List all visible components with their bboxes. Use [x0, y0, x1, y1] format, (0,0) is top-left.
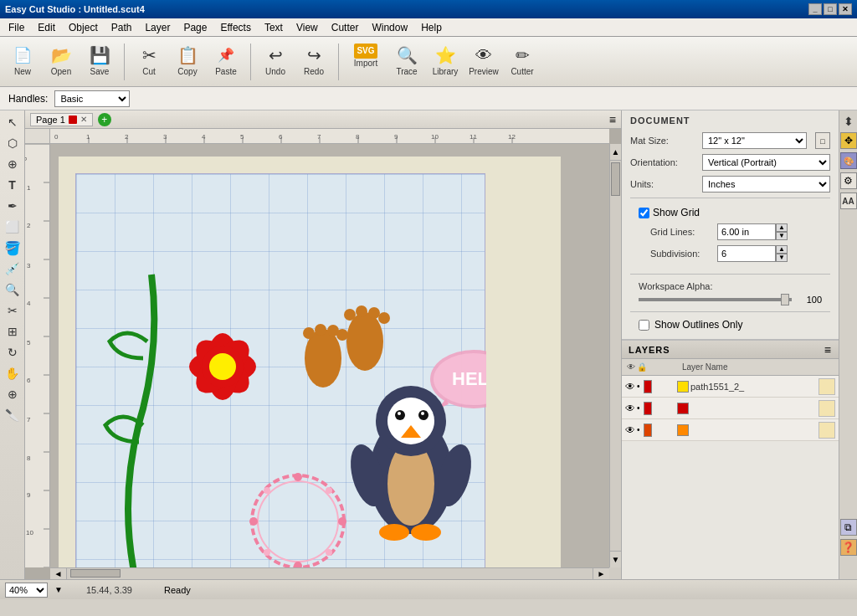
canvas-paper[interactable]: HELLO: [75, 173, 485, 567]
alpha-slider-track[interactable]: [639, 298, 792, 301]
move-icon[interactable]: ✥: [840, 132, 857, 149]
preview-button[interactable]: 👁 Preview: [466, 40, 501, 84]
copy-button[interactable]: 📋 Copy: [170, 40, 205, 84]
menu-file[interactable]: File: [2, 20, 31, 35]
layer-row-3[interactable]: 👁 •: [622, 419, 839, 441]
transform-tool[interactable]: ⊕: [2, 154, 23, 174]
font-size-icon[interactable]: AA: [840, 192, 857, 209]
open-button[interactable]: 📂 Open: [44, 40, 79, 84]
handles-select[interactable]: Basic Advanced Custom: [54, 90, 130, 107]
layer-2-eye[interactable]: 👁: [625, 403, 635, 414]
menu-layer[interactable]: Layer: [138, 20, 177, 35]
minimize-button[interactable]: _: [808, 3, 822, 15]
trace-button[interactable]: 🔍 Trace: [389, 40, 424, 84]
cutter-button[interactable]: ✏ Cutter: [505, 40, 540, 84]
close-button[interactable]: ✕: [839, 3, 852, 15]
layer-2-icons: 👁 •: [625, 402, 675, 415]
tool-settings-icon[interactable]: ⚙: [840, 172, 857, 189]
hand-tool[interactable]: ✋: [2, 363, 23, 383]
layer-1-color: [644, 380, 652, 393]
mat-size-extra-btn[interactable]: □: [815, 132, 830, 149]
help-icon[interactable]: ❓: [840, 539, 857, 556]
page-add-button[interactable]: +: [98, 113, 111, 126]
save-button[interactable]: 💾 Save: [82, 40, 117, 84]
layer-row-1[interactable]: 👁 • path1551_2_: [622, 376, 839, 398]
pen-tool[interactable]: ✒: [2, 196, 23, 216]
layer-1-eye[interactable]: 👁: [625, 381, 635, 393]
layer-3-thumb: [819, 422, 835, 439]
weld-tool[interactable]: ⊞: [2, 321, 23, 341]
svg-point-79: [395, 410, 405, 420]
menu-edit[interactable]: Edit: [31, 20, 62, 35]
grid-lines-down[interactable]: ▼: [776, 232, 788, 240]
panel-collapse-button[interactable]: ≡: [609, 113, 616, 126]
orientation-select[interactable]: Vertical (Portrait) Horizontal (Landscap…: [702, 154, 830, 171]
grid-lines-input[interactable]: [717, 223, 776, 240]
scroll-right-button[interactable]: ►: [593, 568, 609, 579]
menu-effects[interactable]: Effects: [213, 20, 257, 35]
mat-size-label: Mat Size:: [630, 136, 697, 146]
knife-tool[interactable]: 🔪: [2, 405, 23, 425]
svg-text:4: 4: [202, 133, 206, 141]
layers-title: LAYERS: [629, 345, 670, 355]
layer-row-2[interactable]: 👁 •: [622, 398, 839, 419]
panel-resize-handle[interactable]: ⬍: [841, 114, 856, 129]
grid-lines-up[interactable]: ▲: [776, 223, 788, 232]
scroll-left-button[interactable]: ◄: [50, 568, 67, 579]
scroll-thumb-v[interactable]: [611, 162, 619, 196]
rotate-tool[interactable]: ↻: [2, 342, 23, 362]
eyedropper-tool[interactable]: 💉: [2, 259, 23, 279]
palette-icon[interactable]: 🎨: [840, 152, 857, 169]
menu-object[interactable]: Object: [62, 20, 105, 35]
new-button[interactable]: 📄 New: [5, 40, 40, 84]
menu-path[interactable]: Path: [105, 20, 139, 35]
eraser-tool[interactable]: ⬜: [2, 217, 23, 237]
node-tool[interactable]: ⬡: [2, 133, 23, 153]
menu-text[interactable]: Text: [258, 20, 290, 35]
text-tool[interactable]: T: [2, 175, 23, 195]
vertical-scrollbar[interactable]: ▲ ▼: [609, 144, 621, 567]
mat-size-select[interactable]: 12" x 12" 12" x 24" Custom: [702, 132, 807, 149]
subdivision-up[interactable]: ▲: [776, 245, 788, 254]
zoom-select[interactable]: 25% 40% 50% 75% 100%: [5, 583, 48, 598]
menu-view[interactable]: View: [290, 20, 325, 35]
layers-stack-icon[interactable]: ⧉: [840, 519, 857, 536]
zoom-tool[interactable]: 🔍: [2, 280, 23, 300]
subdivision-down[interactable]: ▼: [776, 254, 788, 262]
scroll-down-button[interactable]: ▼: [610, 551, 621, 567]
alpha-slider-thumb[interactable]: [781, 294, 789, 305]
undo-button[interactable]: ↩ Undo: [258, 40, 293, 84]
layer-1-lock[interactable]: •: [637, 382, 640, 391]
maximize-button[interactable]: □: [824, 3, 837, 15]
scissor-tool[interactable]: ✂: [2, 300, 23, 321]
workspace-alpha-section: Workspace Alpha: 100: [630, 278, 830, 308]
menu-cutter[interactable]: Cutter: [325, 20, 366, 35]
layer-2-thumb: [819, 400, 835, 417]
show-outlines-checkbox[interactable]: [639, 320, 649, 331]
library-button[interactable]: ⭐ Library: [428, 40, 463, 84]
import-button[interactable]: SVG Import: [346, 40, 386, 84]
page-tab[interactable]: Page 1 ✕: [30, 113, 93, 126]
layer-3-eye[interactable]: 👁: [625, 424, 635, 436]
select-tool[interactable]: ↖: [2, 112, 23, 132]
subdivision-input[interactable]: [717, 245, 776, 262]
workspace[interactable]: HELLO: [50, 144, 609, 567]
menu-page[interactable]: Page: [177, 20, 213, 35]
layer-2-lock[interactable]: •: [637, 403, 640, 413]
layers-menu-button[interactable]: ≡: [824, 343, 832, 357]
menu-window[interactable]: Window: [365, 20, 414, 35]
cut-button[interactable]: ✂ Cut: [131, 40, 167, 84]
layer-3-lock[interactable]: •: [637, 425, 640, 434]
units-select[interactable]: Inches Centimeters Pixels: [702, 176, 830, 192]
fill-tool[interactable]: 🪣: [2, 238, 23, 258]
redo-button[interactable]: ↪ Redo: [296, 40, 331, 84]
zoom-down-btn[interactable]: ▼: [54, 585, 63, 594]
scroll-thumb-h[interactable]: [70, 569, 121, 578]
scroll-up-button[interactable]: ▲: [610, 144, 621, 161]
menu-help[interactable]: Help: [414, 20, 449, 35]
paste-button[interactable]: 📌 Paste: [208, 40, 244, 84]
page-close-button[interactable]: ✕: [80, 115, 87, 124]
magnify-tool[interactable]: ⊕: [2, 384, 23, 404]
horizontal-scrollbar[interactable]: ◄ ►: [50, 567, 609, 579]
show-grid-checkbox[interactable]: [639, 208, 649, 218]
